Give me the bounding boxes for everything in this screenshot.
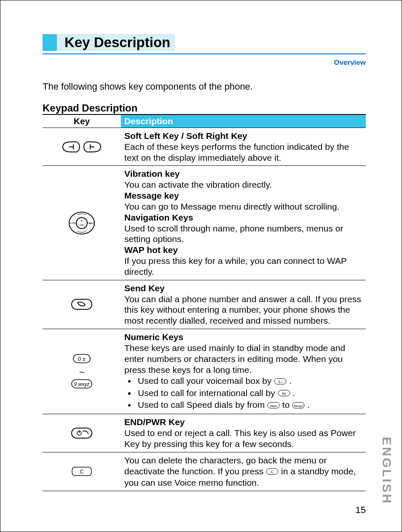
desc-send: Send Key You can dial a phone number and… [121,280,366,329]
body: These keys are used mainly to dial in st… [124,343,345,375]
overview-label: Overview [43,59,366,67]
body: If you press this key for a while, you c… [124,256,347,277]
svg-text:0±: 0± [282,391,286,396]
intro-text: The following shows key components of th… [43,81,366,92]
heading: Soft Left Key / Soft Right Key [124,131,247,141]
table-row: Send Key You can dial a phone number and… [43,280,366,329]
bullet: Used to call your voicemail box by 1⌕ . [136,375,362,387]
table-row: C You can delete the characters, go back… [43,452,366,491]
language-label: ENGLISH [380,437,394,505]
heading: Navigation Keys [124,213,193,222]
svg-text:∼: ∼ [79,368,85,376]
key-9-icon: 9wxyz [292,400,305,411]
desc-numeric: Numeric Keys These keys are used mainly … [121,329,366,414]
svg-text:9 wxyz: 9 wxyz [74,381,90,387]
heading: Numeric Keys [124,332,183,342]
key-numeric-icon: 0 ± ∼ 9 wxyz [43,329,121,414]
heading: END/PWR Key [124,417,185,427]
key-softkeys-icon [43,128,121,166]
svg-rect-26 [72,428,92,438]
page-number: 15 [356,505,366,516]
body: Used to end or reject a call. This key i… [124,428,356,449]
table-row: 0 ± ∼ 9 wxyz Numeric Keys These keys are… [43,329,366,414]
svg-text:9wxyz: 9wxyz [294,404,303,408]
svg-text:⬚: ⬚ [72,222,75,225]
svg-text:C: C [80,468,83,475]
svg-text:P: P [80,219,83,223]
table-row: P OK ⬚ ✉ Vibration key You can activate … [43,166,366,280]
svg-text:0 ±: 0 ± [78,356,86,362]
key-0-icon: 0± [278,388,290,399]
desc-softkeys: Soft Left Key / Soft Right Key Each of t… [121,128,366,166]
table-row: Soft Left Key / Soft Right Key Each of t… [43,128,366,166]
svg-text:✉: ✉ [89,222,92,225]
bullet: Used to call for international call by 0… [136,388,362,399]
body: Each of these keys performs the function… [124,142,349,162]
heading: Message key [124,191,179,200]
title-accent [43,34,57,51]
table-header-key: Key [43,114,121,128]
desc-clear: You can delete the characters, go back t… [121,452,366,491]
body: You can go to Message menu directly with… [124,202,340,211]
bullet: Used to call Speed dials by from 2abc to… [136,399,362,411]
key-2-icon: 2abc [267,400,280,411]
key-clear-icon: C [43,452,121,491]
page-title: Key Description [64,35,170,51]
key-end-icon [43,414,121,452]
key-navigation-icon: P OK ⬚ ✉ [43,166,121,280]
svg-rect-12 [72,299,92,309]
svg-text:1⌕: 1⌕ [278,380,282,384]
body: You can activate the vibration directly. [124,180,272,189]
key-c-inline-icon: C [266,466,279,477]
key-1-icon: 1⌕ [274,376,287,387]
desc-end: END/PWR Key Used to end or reject a call… [121,414,366,452]
divider [43,53,366,54]
heading: WAP hot key [124,245,178,255]
table-row: END/PWR Key Used to end or reject a call… [43,414,366,452]
svg-text:C: C [271,470,274,474]
heading: Vibration key [124,169,180,178]
desc-navigation: Vibration key You can activate the vibra… [121,166,366,280]
table-header-desc: Description [121,114,366,128]
section-heading: Keypad Description [43,102,366,114]
svg-text:2abc: 2abc [270,404,277,408]
body: Used to scroll through name, phone numbe… [124,223,343,244]
keypad-table: Key Description Soft Lef [43,114,366,491]
key-send-icon [43,280,121,329]
svg-text:OK: OK [80,223,84,226]
title-bar: Key Description [43,34,366,51]
body: You can dial a phone number and answer a… [124,294,361,326]
heading: Send Key [124,283,165,293]
